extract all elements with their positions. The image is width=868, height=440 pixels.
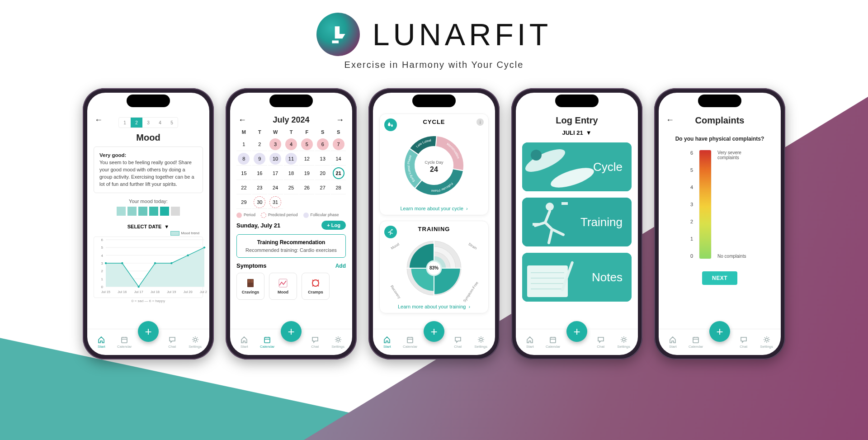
calendar-day-26[interactable]: 26 xyxy=(299,181,314,194)
step-5[interactable]: 5 xyxy=(166,118,178,128)
symptoms-heading: Symptoms xyxy=(236,262,266,269)
calendar-day-20[interactable]: 20 xyxy=(315,166,330,180)
prev-month-button[interactable]: ← xyxy=(238,115,246,125)
symptom-cravings[interactable]: Cravings xyxy=(236,273,264,300)
add-fab[interactable]: + xyxy=(424,321,444,342)
nav-calendar[interactable]: Calendar xyxy=(686,336,705,349)
nav-chat[interactable]: Chat xyxy=(591,336,610,349)
mood-card-body: You seem to be feeling really good! Shar… xyxy=(99,160,194,187)
step-4[interactable]: 4 xyxy=(154,118,166,128)
log-date-selector[interactable]: JULI 21 ▼ xyxy=(522,129,632,136)
svg-point-20 xyxy=(203,246,205,248)
nav-chat[interactable]: Chat xyxy=(448,336,467,349)
complaints-scale[interactable]: 6543210 Very severe complaints No compla… xyxy=(665,150,774,259)
svg-text:0: 0 xyxy=(101,285,104,289)
back-icon[interactable]: ← xyxy=(666,115,674,125)
nav-calendar[interactable]: Calendar xyxy=(543,336,562,349)
calendar-day-13[interactable]: 13 xyxy=(315,152,330,166)
svg-text:4: 4 xyxy=(101,253,104,257)
step-2[interactable]: 2 xyxy=(131,118,142,128)
calendar-day-25[interactable]: 25 xyxy=(284,181,299,194)
calendar-day-4[interactable]: 4 xyxy=(284,137,299,151)
calendar-day-24[interactable]: 24 xyxy=(268,181,283,194)
calendar-day-16[interactable]: 16 xyxy=(252,166,267,180)
nav-chat[interactable]: Chat xyxy=(306,336,325,349)
calendar-day-28[interactable]: 28 xyxy=(331,181,346,194)
calendar-day-5[interactable]: 5 xyxy=(299,137,314,151)
calendar-day-1[interactable]: 1 xyxy=(236,137,251,151)
calendar-day-17[interactable]: 17 xyxy=(268,166,283,180)
nav-start[interactable]: Start xyxy=(92,336,111,349)
scale-tick-4: 4 xyxy=(690,185,693,190)
nav-settings[interactable]: Settings xyxy=(614,336,633,349)
mood-swatch xyxy=(127,207,137,216)
training-card[interactable]: TRAINING 83% Mood Strain Symptom-Free Re… xyxy=(379,221,489,313)
svg-point-15 xyxy=(121,262,123,264)
nav-settings[interactable]: Settings xyxy=(186,336,205,349)
calendar-day-7[interactable]: 7 xyxy=(331,137,346,151)
log-card-cycle[interactable]: Cycle xyxy=(522,142,632,191)
select-date-button[interactable]: SELECT DATE ▼ xyxy=(94,224,203,229)
nav-settings[interactable]: Settings xyxy=(329,336,348,349)
add-fab[interactable]: + xyxy=(138,321,159,342)
back-icon[interactable]: ← xyxy=(94,115,103,125)
calendar-day-18[interactable]: 18 xyxy=(284,166,299,180)
calendar-day-8[interactable]: 8 xyxy=(236,152,251,166)
step-1[interactable]: 1 xyxy=(119,118,131,128)
calendar-day-3[interactable]: 3 xyxy=(268,137,283,151)
svg-point-54 xyxy=(480,338,482,341)
nav-start[interactable]: Start xyxy=(235,336,254,349)
calendar-day-6[interactable]: 6 xyxy=(315,137,330,151)
svg-text:2: 2 xyxy=(101,269,104,273)
add-fab[interactable]: + xyxy=(709,321,730,342)
nav-start[interactable]: Start xyxy=(377,336,396,349)
nav-chat[interactable]: Chat xyxy=(163,336,182,349)
scale-max-label: Very severe complaints xyxy=(717,150,749,160)
add-symptom-button[interactable]: Add xyxy=(335,263,346,269)
phone-cycle: i CYCLE MenstruationFollicular PhaseEarl… xyxy=(368,88,500,360)
training-recommendation-card[interactable]: Training Recommendation Recommended trai… xyxy=(236,234,346,258)
calendar-day-9[interactable]: 9 xyxy=(252,152,267,166)
calendar-day-10[interactable]: 10 xyxy=(268,152,283,166)
symptom-cramps[interactable]: Cramps xyxy=(302,273,330,300)
nav-start[interactable]: Start xyxy=(520,336,539,349)
info-icon[interactable]: i xyxy=(476,118,484,126)
calendar-day-15[interactable]: 15 xyxy=(236,166,251,180)
nav-settings[interactable]: Settings xyxy=(472,336,491,349)
add-fab[interactable]: + xyxy=(281,321,302,342)
nav-calendar[interactable]: Calendar xyxy=(258,336,277,349)
add-fab[interactable]: + xyxy=(566,321,587,342)
nav-calendar[interactable]: Calendar xyxy=(401,336,420,349)
nav-settings[interactable]: Settings xyxy=(757,336,776,349)
nav-calendar[interactable]: Calendar xyxy=(115,336,134,349)
calendar-day-22[interactable]: 22 xyxy=(236,181,251,194)
calendar-day-11[interactable]: 11 xyxy=(284,152,299,166)
next-button[interactable]: NEXT xyxy=(702,271,737,285)
calendar-day-31[interactable]: 31 xyxy=(268,195,283,209)
calendar-day-21[interactable]: 21 xyxy=(331,166,346,180)
step-3[interactable]: 3 xyxy=(142,118,154,128)
calendar-day-14[interactable]: 14 xyxy=(331,152,346,166)
svg-text:Jul 16: Jul 16 xyxy=(118,290,127,294)
next-month-button[interactable]: → xyxy=(336,115,344,125)
log-card-notes[interactable]: Notes xyxy=(522,253,632,302)
calendar-day-30[interactable]: 30 xyxy=(252,195,267,209)
calendar-day-27[interactable]: 27 xyxy=(315,181,330,194)
learn-cycle-link[interactable]: Learn more about your cycle› xyxy=(383,206,485,211)
log-card-training[interactable]: Training xyxy=(522,198,632,246)
calendar-day-23[interactable]: 23 xyxy=(252,181,267,194)
nav-chat[interactable]: Chat xyxy=(734,336,753,349)
svg-rect-32 xyxy=(251,279,254,283)
cycle-card[interactable]: i CYCLE MenstruationFollicular PhaseEarl… xyxy=(379,114,489,215)
calendar-day-2[interactable]: 2 xyxy=(252,137,267,151)
svg-text:Jul 19: Jul 19 xyxy=(167,290,176,294)
log-button[interactable]: + Log xyxy=(321,221,346,230)
svg-point-17 xyxy=(154,262,156,264)
nav-start[interactable]: Start xyxy=(663,336,682,349)
svg-point-58 xyxy=(531,150,542,161)
learn-training-link[interactable]: Learn more about your training› xyxy=(383,304,485,309)
symptom-mood[interactable]: Mood xyxy=(269,273,297,300)
calendar-day-12[interactable]: 12 xyxy=(299,152,314,166)
calendar-day-29[interactable]: 29 xyxy=(236,195,251,209)
calendar-day-19[interactable]: 19 xyxy=(299,166,314,180)
